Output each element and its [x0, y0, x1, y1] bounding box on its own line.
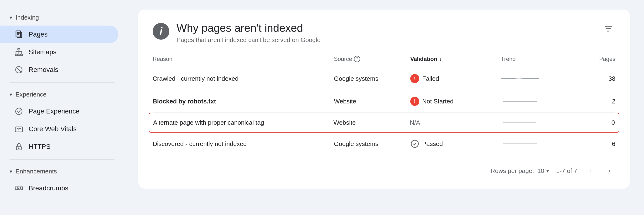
td-trend-2	[501, 98, 577, 105]
table-row[interactable]: Blocked by robots.txt Website ! Not Star…	[153, 90, 616, 113]
svg-rect-7	[20, 54, 22, 56]
svg-line-14	[16, 67, 22, 73]
divider-2	[10, 159, 114, 160]
td-pages-1: 38	[577, 75, 616, 82]
td-trend-3	[500, 119, 577, 126]
sidebar: ▾ Indexing Pages	[0, 0, 124, 215]
sidebar-item-removals-label: Removals	[28, 66, 58, 74]
main-content: i Why pages aren't indexed Pages that ar…	[124, 0, 644, 215]
td-source-3: Website	[334, 119, 410, 126]
rows-per-page: Rows per page: 10 ▾	[491, 167, 549, 175]
td-validation-3: N/A	[410, 119, 500, 126]
table-row-highlighted[interactable]: Alternate page with proper canonical tag…	[149, 113, 619, 133]
td-source-4: Google systems	[334, 140, 410, 148]
rows-dropdown[interactable]: 10 ▾	[538, 167, 549, 175]
td-validation-2: ! Not Started	[410, 97, 501, 106]
filter-icon[interactable]	[601, 22, 616, 38]
td-trend-4	[501, 140, 577, 147]
sidebar-section-indexing[interactable]: ▾ Indexing	[0, 10, 124, 26]
failed-icon: !	[410, 74, 419, 83]
td-source-2: Website	[334, 98, 410, 105]
removals-icon	[14, 65, 23, 74]
sidebar-section-enhancements-label: Enhancements	[16, 168, 57, 175]
sidebar-item-pages-label: Pages	[28, 31, 48, 38]
experience-icon	[14, 107, 23, 116]
table-row[interactable]: Discovered - currently not indexed Googl…	[153, 133, 616, 155]
td-reason-4: Discovered - currently not indexed	[153, 140, 334, 148]
table: Reason Source ? Validation ↓ Trend Pages	[153, 56, 616, 155]
table-row[interactable]: Crawled - currently not indexed Google s…	[153, 67, 616, 90]
divider-1	[10, 82, 114, 83]
td-trend-1	[501, 75, 577, 82]
sidebar-section-experience[interactable]: ▾ Experience	[0, 87, 124, 102]
sidebar-section-enhancements[interactable]: ▾ Enhancements	[0, 163, 124, 179]
td-validation-1: ! Failed	[410, 74, 501, 83]
td-validation-4: Passed	[410, 139, 501, 148]
card-subtitle: Pages that aren't indexed can't be serve…	[176, 36, 594, 44]
sidebar-item-breadcrumbs-label: Breadcrumbs	[28, 184, 68, 192]
chevron-down-icon-4: ▾	[546, 167, 549, 174]
sidebar-item-breadcrumbs[interactable]: Breadcrumbs	[0, 179, 118, 197]
page-icon	[14, 30, 23, 39]
td-pages-2: 2	[577, 98, 616, 105]
svg-point-15	[16, 108, 22, 115]
td-pages-4: 6	[577, 140, 616, 148]
card-title: Why pages aren't indexed	[176, 22, 594, 34]
sidebar-item-https[interactable]: HTTPS	[0, 138, 118, 155]
sidebar-item-page-experience[interactable]: Page Experience	[0, 102, 118, 120]
sidebar-item-sitemaps-label: Sitemaps	[28, 48, 56, 56]
info-icon: i	[153, 23, 169, 40]
rows-per-page-value: 10	[538, 167, 544, 175]
svg-rect-5	[15, 54, 18, 56]
source-help-icon[interactable]: ?	[354, 56, 360, 62]
svg-rect-4	[18, 49, 20, 50]
sidebar-section-indexing-label: Indexing	[16, 14, 39, 21]
th-trend: Trend	[501, 56, 577, 62]
th-pages: Pages	[577, 56, 616, 62]
card-header: i Why pages aren't indexed Pages that ar…	[153, 22, 616, 44]
sidebar-item-https-label: HTTPS	[28, 143, 50, 150]
card-title-block: Why pages aren't indexed Pages that aren…	[176, 22, 594, 44]
vitals-icon	[14, 124, 23, 134]
td-reason-3: Alternate page with proper canonical tag	[153, 119, 334, 126]
not-started-icon: !	[410, 97, 419, 106]
sidebar-item-sitemaps[interactable]: Sitemaps	[0, 43, 118, 61]
next-page-button[interactable]: ›	[604, 165, 616, 177]
th-source: Source ?	[334, 56, 410, 62]
th-reason: Reason	[153, 56, 334, 62]
td-reason-1: Crawled - currently not indexed	[153, 75, 334, 82]
svg-point-27	[411, 140, 418, 147]
prev-page-button[interactable]: ‹	[584, 165, 596, 177]
https-icon	[14, 142, 23, 151]
pagination-count: 1-7 of 7	[556, 167, 577, 175]
sidebar-item-page-experience-label: Page Experience	[28, 108, 80, 115]
td-source-1: Google systems	[334, 75, 410, 82]
sitemap-icon	[14, 48, 23, 57]
chevron-down-icon: ▾	[10, 15, 12, 21]
sidebar-section-experience-label: Experience	[16, 91, 46, 98]
sidebar-item-core-web-vitals-label: Core Web Vitals	[28, 125, 76, 133]
sidebar-item-removals[interactable]: Removals	[0, 61, 118, 79]
td-pages-3: 0	[577, 119, 615, 126]
pagination: Rows per page: 10 ▾ 1-7 of 7 ‹ ›	[153, 155, 616, 177]
th-validation[interactable]: Validation ↓	[410, 56, 501, 62]
sidebar-item-pages[interactable]: Pages	[0, 26, 118, 43]
sort-arrow-icon: ↓	[439, 56, 442, 62]
main-card: i Why pages aren't indexed Pages that ar…	[138, 10, 630, 189]
svg-rect-6	[18, 54, 20, 56]
chevron-down-icon-2: ▾	[10, 92, 12, 98]
chevron-down-icon-3: ▾	[10, 168, 12, 175]
sidebar-item-core-web-vitals[interactable]: Core Web Vitals	[0, 120, 118, 138]
rows-per-page-label: Rows per page:	[491, 167, 534, 175]
breadcrumbs-icon	[14, 184, 23, 193]
td-reason-2: Blocked by robots.txt	[153, 98, 334, 105]
table-header: Reason Source ? Validation ↓ Trend Pages	[153, 56, 616, 67]
passed-icon	[410, 139, 419, 148]
svg-point-18	[18, 148, 19, 149]
